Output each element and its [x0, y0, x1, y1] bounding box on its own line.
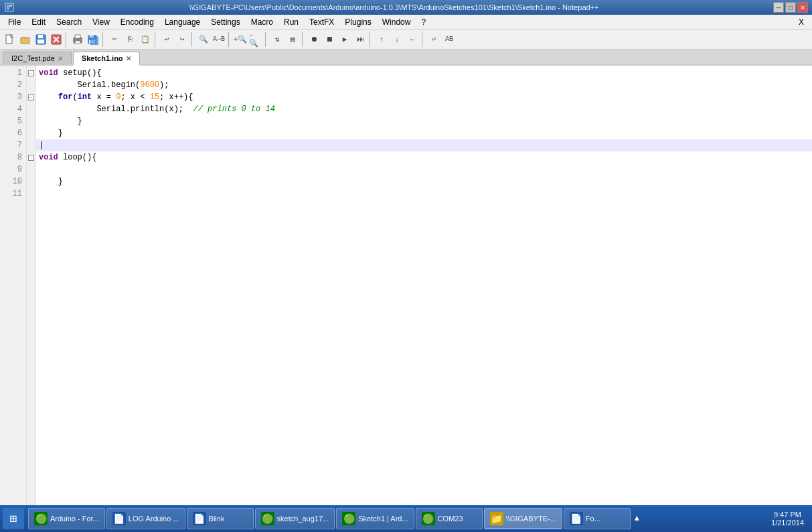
- tb-findreplace-button[interactable]: A→B: [212, 32, 226, 47]
- tb-save-button[interactable]: [33, 32, 48, 47]
- tb-close-button[interactable]: [49, 32, 64, 47]
- tb-moveleft-button[interactable]: ←: [405, 32, 420, 47]
- taskbar-icon-1: 📄: [112, 512, 126, 525]
- code-line-7[interactable]: |: [36, 139, 812, 151]
- fold-cell-3[interactable]: −: [27, 91, 35, 103]
- menu-close-item[interactable]: X: [793, 16, 809, 28]
- taskbar-item-1[interactable]: 📄 LOG Arduino ...: [106, 508, 185, 529]
- tab-sketch1-label: Sketch1.ino: [82, 54, 123, 62]
- fold-cell-9: [27, 163, 35, 176]
- tb-record-button[interactable]: ⏺: [307, 32, 321, 47]
- tb-new-button[interactable]: [3, 32, 17, 47]
- taskbar-label-7: Fo...: [586, 515, 600, 523]
- maximize-button[interactable]: □: [785, 2, 796, 13]
- menu-macro[interactable]: Macro: [246, 15, 278, 29]
- menu-window[interactable]: Window: [377, 15, 416, 29]
- fold-cell-8[interactable]: −: [27, 151, 35, 163]
- linenum-10: 10: [0, 176, 26, 188]
- taskbar-item-6[interactable]: 📁 \\GIGABYTE-...: [484, 508, 562, 529]
- taskbar-icon-5: 🟢: [422, 512, 435, 525]
- tb-lang-button[interactable]: AB: [442, 32, 457, 47]
- tb-wrapmode-button[interactable]: ⏎: [426, 32, 441, 47]
- taskbar-label-6: \\GIGABYTE-...: [506, 515, 556, 523]
- taskbar-item-7[interactable]: 📄 Fo...: [564, 508, 631, 529]
- code-area[interactable]: void setup(){ Serial.begin(9600); for(in…: [36, 66, 812, 515]
- tb-sep3: [155, 32, 157, 47]
- code-line-9[interactable]: [36, 163, 812, 176]
- tb-cut-button[interactable]: ✂: [107, 32, 122, 47]
- tb-map-button[interactable]: ▤: [285, 32, 300, 47]
- taskbar-item-0[interactable]: 🟢 Arduino - For...: [28, 508, 105, 529]
- tb-stop-button[interactable]: ⏹: [322, 32, 337, 47]
- menu-language[interactable]: Language: [159, 15, 206, 29]
- tb-saveall-button[interactable]: [86, 32, 100, 47]
- code-line-4[interactable]: Serial.println(x); // prints 0 to 14: [36, 103, 812, 115]
- tab-sketch1-close[interactable]: ✕: [126, 55, 131, 62]
- code-line-10[interactable]: }: [36, 176, 812, 188]
- tb-print-button[interactable]: [70, 32, 85, 47]
- menu-run[interactable]: Run: [278, 15, 304, 29]
- linenum-2: 2: [0, 79, 26, 91]
- taskbar: ⊞ 🟢 Arduino - For... 📄 LOG Arduino ... 📄…: [0, 505, 812, 532]
- menu-file[interactable]: File: [3, 15, 26, 29]
- svg-rect-7: [37, 40, 44, 44]
- menubar: File Edit Search View Encoding Language …: [0, 15, 812, 29]
- kw-void-1: void: [39, 67, 58, 79]
- taskbar-start-button[interactable]: ⊞: [3, 508, 24, 529]
- taskbar-item-5[interactable]: 🟢 COM23: [416, 508, 483, 529]
- svg-rect-6: [38, 35, 43, 38]
- tb-zoomin-button[interactable]: +🔍: [233, 32, 248, 47]
- tb-movedown-button[interactable]: ↓: [390, 32, 404, 47]
- taskbar-arrow[interactable]: ▲: [632, 514, 642, 523]
- menu-encoding[interactable]: Encoding: [115, 15, 159, 29]
- tb-undo-button[interactable]: ↩: [159, 32, 174, 47]
- menu-search[interactable]: Search: [51, 15, 87, 29]
- tb-runmacro-button[interactable]: ⏭: [353, 32, 368, 47]
- tb-find-button[interactable]: 🔍: [196, 32, 211, 47]
- cursor-line: |: [39, 139, 44, 151]
- tb-zoomout-button[interactable]: -🔍: [248, 32, 263, 47]
- taskbar-item-2[interactable]: 📄 Blink: [187, 508, 254, 529]
- fold-cell-6: [27, 127, 35, 139]
- tb-copy-button[interactable]: ⎘: [123, 32, 137, 47]
- titlebar-icon: [4, 2, 15, 13]
- code-line-11[interactable]: [36, 188, 812, 200]
- svg-rect-2: [9, 5, 12, 7]
- code-line-3[interactable]: for(int x = 0; x < 15; x++){: [36, 91, 812, 103]
- tb-sep5: [228, 32, 231, 47]
- minimize-button[interactable]: ─: [773, 2, 784, 13]
- taskbar-icon-7: 📄: [570, 512, 583, 525]
- code-line-2[interactable]: Serial.begin(9600);: [36, 79, 812, 91]
- tabbar: I2C_Test.pde ✕ Sketch1.ino ✕: [0, 50, 812, 66]
- menu-plugins[interactable]: Plugins: [339, 15, 376, 29]
- tb-paste-button[interactable]: 📋: [138, 32, 153, 47]
- linenum-5: 5: [0, 115, 26, 127]
- titlebar: \\GIGABYTE-PC\Users\Public\Documents\Ard…: [0, 0, 812, 15]
- taskbar-item-4[interactable]: 🟢 Sketch1 | Ard...: [336, 508, 414, 529]
- code-line-6[interactable]: }: [36, 127, 812, 139]
- fold-cell-2: [27, 79, 35, 91]
- tab-i2c[interactable]: I2C_Test.pde ✕: [3, 52, 72, 64]
- tb-sep8: [370, 32, 372, 47]
- menu-settings[interactable]: Settings: [206, 15, 245, 29]
- code-line-1[interactable]: void setup(){: [36, 67, 812, 79]
- taskbar-item-3[interactable]: 🟢 sketch_aug17...: [255, 508, 335, 529]
- menu-edit[interactable]: Edit: [26, 15, 51, 29]
- close-button[interactable]: ✕: [797, 2, 808, 13]
- tab-i2c-close[interactable]: ✕: [58, 55, 63, 62]
- menu-view[interactable]: View: [87, 15, 115, 29]
- code-line-8[interactable]: void loop(){: [36, 151, 812, 163]
- menu-help[interactable]: ?: [416, 15, 431, 29]
- menu-textfx[interactable]: TextFX: [304, 15, 339, 29]
- tab-sketch1[interactable]: Sketch1.ino ✕: [73, 52, 140, 66]
- tb-redo-button[interactable]: ↪: [175, 32, 189, 47]
- tb-playback-button[interactable]: ▶: [337, 32, 352, 47]
- tb-open-button[interactable]: [18, 32, 33, 47]
- titlebar-title: \\GIGABYTE-PC\Users\Public\Documents\Ard…: [15, 3, 773, 11]
- fold-cell-7: [27, 139, 35, 151]
- fold-cell-1[interactable]: −: [27, 67, 35, 79]
- code-line-5[interactable]: }: [36, 115, 812, 127]
- taskbar-icon-2: 📄: [193, 512, 206, 525]
- tb-moveup-button[interactable]: ↑: [374, 32, 389, 47]
- tb-syncscroll-button[interactable]: ⇅: [270, 32, 285, 47]
